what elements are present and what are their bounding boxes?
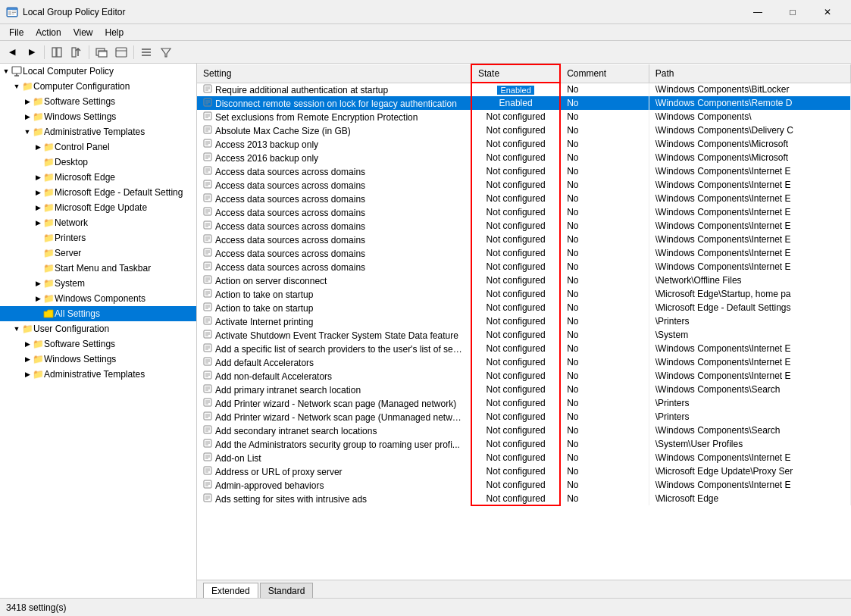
cell-comment: No bbox=[560, 314, 649, 328]
table-row[interactable]: Add-on ListNot configuredNo\Windows Comp… bbox=[197, 451, 851, 464]
toggle-local-policy[interactable]: ▼ bbox=[2, 65, 11, 77]
table-row[interactable]: Add secondary intranet search locationsN… bbox=[197, 424, 851, 437]
table-row[interactable]: Access 2013 backup onlyNot configuredNo\… bbox=[197, 137, 851, 151]
toggle-edge-update[interactable]: ▶ bbox=[33, 202, 42, 214]
table-row[interactable]: Access 2016 backup onlyNot configuredNo\… bbox=[197, 151, 851, 164]
cell-comment: No bbox=[560, 478, 649, 492]
cell-comment: No bbox=[560, 96, 649, 110]
table-row[interactable]: Add Printer wizard - Network scan page (… bbox=[197, 410, 851, 424]
cell-setting: Add Printer wizard - Network scan page (… bbox=[197, 410, 471, 424]
forward-button[interactable]: ▶ bbox=[23, 44, 41, 61]
toggle-user-windows[interactable]: ▶ bbox=[23, 353, 32, 365]
tree-item-printers[interactable]: ▶ 📁 Printers bbox=[0, 230, 196, 245]
toggle-user-admin[interactable]: ▶ bbox=[23, 368, 32, 380]
table-row[interactable]: Access data sources across domainsNot co… bbox=[197, 164, 851, 178]
tree-item-computer-config[interactable]: ▼ 📁 Computer Configuration bbox=[0, 79, 196, 94]
table-row[interactable]: Admin-approved behaviorsNot configuredNo… bbox=[197, 478, 851, 492]
back-button[interactable]: ◀ bbox=[3, 44, 21, 61]
tree-item-start-menu[interactable]: ▶ 📁 Start Menu and Taskbar bbox=[0, 261, 196, 276]
table-row[interactable]: Add default AcceleratorsNot configuredNo… bbox=[197, 355, 851, 369]
toggle-software-settings[interactable]: ▶ bbox=[23, 95, 32, 108]
toggle-control-panel[interactable]: ▶ bbox=[33, 141, 42, 153]
cell-path: \Network\Offline Files bbox=[649, 274, 850, 287]
table-row[interactable]: Activate Internet printingNot configured… bbox=[197, 314, 851, 328]
tree-item-user-admin[interactable]: ▶ 📁 Administrative Templates bbox=[0, 367, 196, 382]
tree-item-microsoft-edge[interactable]: ▶ 📁 Microsoft Edge bbox=[0, 170, 196, 185]
table-row[interactable]: Address or URL of proxy serverNot config… bbox=[197, 464, 851, 478]
col-header-path[interactable]: Path bbox=[649, 64, 850, 83]
tab-standard[interactable]: Standard bbox=[260, 583, 314, 598]
maximize-button[interactable]: □ bbox=[775, 0, 810, 24]
tree-item-system[interactable]: ▶ 📁 System bbox=[0, 276, 196, 291]
table-row[interactable]: Access data sources across domainsNot co… bbox=[197, 192, 851, 205]
tree-item-user-software[interactable]: ▶ 📁 Software Settings bbox=[0, 336, 196, 352]
toggle-network[interactable]: ▶ bbox=[33, 217, 42, 229]
table-row[interactable]: Action to take on startupNot configuredN… bbox=[197, 301, 851, 314]
filter-button[interactable] bbox=[157, 44, 175, 61]
tree-item-windows-components[interactable]: ▶ 📁 Windows Components bbox=[0, 291, 196, 306]
tree-panel[interactable]: ▼ Local Computer Policy ▼ 📁 Computer Con… bbox=[0, 64, 197, 598]
table-row[interactable]: Add primary intranet search locationNot … bbox=[197, 383, 851, 396]
table-row[interactable]: Access data sources across domainsNot co… bbox=[197, 233, 851, 246]
tree-item-user-windows[interactable]: ▶ 📁 Windows Settings bbox=[0, 352, 196, 367]
setting-icon bbox=[203, 439, 212, 448]
table-row[interactable]: Add Printer wizard - Network scan page (… bbox=[197, 396, 851, 410]
menu-view[interactable]: View bbox=[67, 26, 99, 39]
tree-item-control-panel[interactable]: ▶ 📁 Control Panel bbox=[0, 139, 196, 155]
new-window-button[interactable] bbox=[92, 44, 111, 61]
toggle-microsoft-edge[interactable]: ▶ bbox=[33, 171, 42, 183]
table-row[interactable]: Access data sources across domainsNot co… bbox=[197, 260, 851, 274]
toggle-system[interactable]: ▶ bbox=[33, 277, 42, 289]
toolbar: ◀ ▶ bbox=[0, 41, 851, 64]
toggle-user-software[interactable]: ▶ bbox=[23, 338, 32, 350]
table-row[interactable]: Require additional authentication at sta… bbox=[197, 83, 851, 96]
tree-item-software-settings[interactable]: ▶ 📁 Software Settings bbox=[0, 94, 196, 109]
menu-file[interactable]: File bbox=[3, 26, 30, 39]
toggle-user-config[interactable]: ▼ bbox=[12, 323, 21, 335]
toggle-computer-config[interactable]: ▼ bbox=[12, 80, 21, 92]
table-row[interactable]: Add non-default AcceleratorsNot configur… bbox=[197, 369, 851, 383]
menu-help[interactable]: Help bbox=[99, 26, 130, 39]
show-hide-button[interactable] bbox=[48, 44, 66, 61]
tree-item-desktop[interactable]: ▶ 📁 Desktop bbox=[0, 155, 196, 170]
tree-item-windows-settings[interactable]: ▶ 📁 Windows Settings bbox=[0, 109, 196, 124]
minimize-button[interactable]: — bbox=[740, 0, 775, 24]
close-button[interactable]: ✕ bbox=[810, 0, 845, 24]
table-row[interactable]: Set exclusions from Remote Encryption Pr… bbox=[197, 110, 851, 124]
toggle-edge-default[interactable]: ▶ bbox=[33, 186, 42, 199]
menu-action[interactable]: Action bbox=[30, 26, 67, 39]
settings-table[interactable]: Setting State Comment Path Require addit… bbox=[197, 64, 851, 580]
table-row[interactable]: Activate Shutdown Event Tracker System S… bbox=[197, 328, 851, 342]
tab-extended[interactable]: Extended bbox=[203, 583, 258, 598]
col-header-state[interactable]: State bbox=[471, 64, 560, 83]
properties-button[interactable] bbox=[112, 44, 130, 61]
table-row[interactable]: Disconnect remote session on lock for le… bbox=[197, 96, 851, 110]
table-row[interactable]: Access data sources across domainsNot co… bbox=[197, 205, 851, 219]
tree-item-local-policy[interactable]: ▼ Local Computer Policy bbox=[0, 64, 196, 79]
toggle-admin-templates[interactable]: ▼ bbox=[23, 126, 32, 138]
tree-item-edge-update[interactable]: ▶ 📁 Microsoft Edge Update bbox=[0, 200, 196, 215]
table-row[interactable]: Add a specific list of search providers … bbox=[197, 342, 851, 355]
cell-state: Not configured bbox=[471, 328, 560, 342]
toggle-windows-settings[interactable]: ▶ bbox=[23, 111, 32, 123]
tree-item-user-config[interactable]: ▼ 📁 User Configuration bbox=[0, 321, 196, 336]
toggle-windows-components[interactable]: ▶ bbox=[33, 292, 42, 305]
table-row[interactable]: Action on server disconnectNot configure… bbox=[197, 274, 851, 287]
tree-item-admin-templates[interactable]: ▼ 📁 Administrative Templates bbox=[0, 124, 196, 139]
table-row[interactable]: Add the Administrators security group to… bbox=[197, 437, 851, 451]
tree-item-all-settings[interactable]: ▶ All Settings bbox=[0, 306, 196, 321]
table-row[interactable]: Access data sources across domainsNot co… bbox=[197, 178, 851, 192]
table-row[interactable]: Access data sources across domainsNot co… bbox=[197, 246, 851, 260]
col-header-setting[interactable]: Setting bbox=[197, 64, 471, 83]
col-header-comment[interactable]: Comment bbox=[560, 64, 649, 83]
table-row[interactable]: Action to take on startupNot configuredN… bbox=[197, 287, 851, 301]
table-row[interactable]: Access data sources across domainsNot co… bbox=[197, 219, 851, 233]
tree-item-server[interactable]: ▶ 📁 Server bbox=[0, 245, 196, 261]
table-row[interactable]: Absolute Max Cache Size (in GB)Not confi… bbox=[197, 124, 851, 137]
setting-icon bbox=[203, 152, 212, 161]
view-options-button[interactable] bbox=[137, 44, 155, 61]
tree-item-network[interactable]: ▶ 📁 Network bbox=[0, 215, 196, 230]
up-button[interactable] bbox=[67, 44, 86, 61]
tree-item-edge-default[interactable]: ▶ 📁 Microsoft Edge - Default Setting bbox=[0, 185, 196, 200]
table-row[interactable]: Ads setting for sites with intrusive ads… bbox=[197, 492, 851, 505]
